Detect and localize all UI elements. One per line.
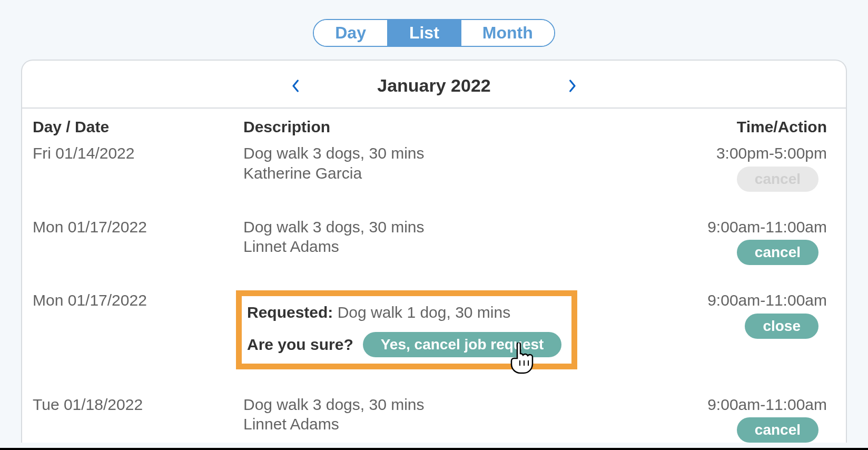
desc-line-1: Dog walk 3 dogs, 30 mins (243, 396, 425, 413)
requested-text: Dog walk 1 dog, 30 mins (333, 304, 510, 321)
table-row: Mon 01/17/2022 Requested: Dog walk 1 dog… (22, 286, 846, 390)
row-date: Mon 01/17/2022 (33, 217, 243, 237)
chevron-left-icon[interactable] (289, 79, 303, 93)
desc-line-2: Linnet Adams (243, 237, 646, 257)
requested-line: Requested: Dog walk 1 dog, 30 mins (247, 302, 566, 322)
row-time: 9:00am-11:00am (646, 395, 827, 415)
row-date: Fri 01/14/2022 (33, 143, 243, 163)
confirm-question: Are you sure? (247, 335, 353, 355)
row-date: Tue 01/18/2022 (33, 395, 243, 415)
col-description: Description (243, 118, 646, 136)
desc-line-2: Linnet Adams (243, 414, 646, 434)
view-tab-group: Day List Month (313, 19, 555, 47)
row-description: Dog walk 3 dogs, 30 mins Katherine Garci… (243, 143, 646, 183)
row-description: Dog walk 3 dogs, 30 mins Linnet Adams (243, 395, 646, 434)
chevron-right-icon[interactable] (565, 79, 579, 93)
calendar-card: January 2022 Day / Date Description Time… (21, 60, 847, 443)
row-time: 3:00pm-5:00pm (646, 143, 827, 163)
row-time-action: 9:00am-11:00am cancel (646, 217, 835, 266)
bottom-crop-line (0, 448, 868, 450)
row-time-action: 3:00pm-5:00pm cancel (646, 143, 835, 192)
table-row: Mon 01/17/2022 Dog walk 3 dogs, 30 mins … (22, 213, 846, 287)
tab-month[interactable]: Month (460, 20, 554, 46)
desc-line-1: Dog walk 3 dogs, 30 mins (243, 218, 425, 236)
desc-line-1: Dog walk 3 dogs, 30 mins (243, 144, 425, 162)
desc-line-2: Katherine Garcia (243, 163, 646, 183)
requested-label: Requested: (247, 304, 333, 321)
view-tabs: Day List Month (0, 0, 868, 60)
close-button[interactable]: close (745, 314, 818, 339)
col-time-action: Time/Action (646, 118, 835, 136)
row-description: Requested: Dog walk 1 dog, 30 mins Are y… (243, 290, 646, 369)
cancel-button[interactable]: cancel (737, 417, 818, 443)
confirm-highlight-box: Requested: Dog walk 1 dog, 30 mins Are y… (236, 290, 577, 369)
row-time: 9:00am-11:00am (646, 217, 827, 237)
row-time: 9:00am-11:00am (646, 290, 827, 310)
confirm-line: Are you sure? Yes, cancel job request (247, 332, 566, 357)
confirm-cancel-button[interactable]: Yes, cancel job request (363, 332, 562, 357)
cancel-button[interactable]: cancel (737, 240, 818, 265)
tab-day[interactable]: Day (314, 20, 387, 46)
tab-list[interactable]: List (387, 20, 460, 46)
col-day-date: Day / Date (33, 118, 243, 136)
row-description: Dog walk 3 dogs, 30 mins Linnet Adams (243, 217, 646, 257)
table-header: Day / Date Description Time/Action (22, 109, 846, 139)
row-time-action: 9:00am-11:00am cancel (646, 395, 835, 443)
cancel-button: cancel (737, 167, 818, 192)
table-row: Tue 01/18/2022 Dog walk 3 dogs, 30 mins … (22, 390, 846, 443)
month-nav: January 2022 (22, 61, 846, 109)
table-row: Fri 01/14/2022 Dog walk 3 dogs, 30 mins … (22, 139, 846, 213)
row-date: Mon 01/17/2022 (33, 290, 243, 310)
month-title: January 2022 (377, 75, 491, 96)
row-time-action: 9:00am-11:00am close (646, 290, 835, 339)
